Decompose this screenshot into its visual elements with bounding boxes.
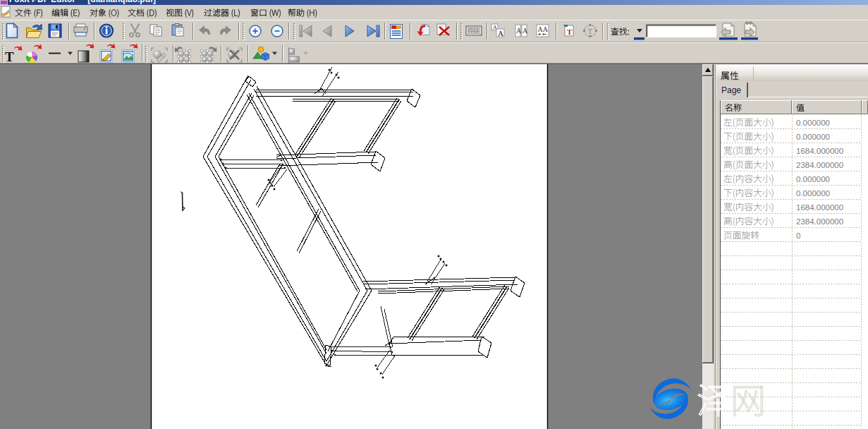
svg-text:0.000000: 0.000000 [796,189,830,198]
svg-text:1684.000000: 1684.000000 [796,147,843,155]
svg-text:0: 0 [796,231,800,240]
svg-text:0.000000: 0.000000 [796,119,830,127]
svg-text:Page: Page [721,85,741,95]
svg-text:0.000000: 0.000000 [796,175,830,183]
svg-text:1684.000000: 1684.000000 [796,203,843,212]
svg-text:2384.000000: 2384.000000 [796,217,843,226]
svg-text:T: T [5,49,14,64]
svg-text:2384.000000: 2384.000000 [796,161,843,169]
svg-text:0.000000: 0.000000 [796,133,830,141]
